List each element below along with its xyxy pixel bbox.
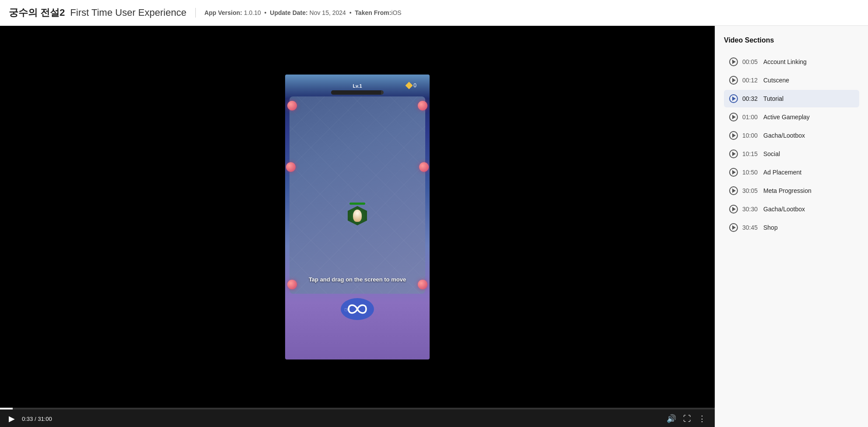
video-black-right [430, 26, 570, 408]
game-hp-bar-fill [331, 90, 381, 95]
section-time: 10:15 [742, 150, 759, 157]
taken-from-value: iOS [391, 9, 401, 16]
game-drag-indicator: ☞ [335, 296, 379, 322]
play-circle-icon [729, 131, 738, 140]
video-content[interactable]: Lv.1 0 [0, 26, 715, 408]
video-controls: ▶ 0:33 / 31:00 🔊 ⛶ ⋮ [0, 409, 715, 427]
section-time: 00:32 [742, 95, 759, 102]
play-triangle-icon [732, 115, 736, 119]
orb-mid-right [419, 162, 429, 172]
orb-bottom-right [418, 280, 427, 289]
section-time: 10:00 [742, 132, 759, 139]
section-label: Shop [763, 224, 778, 231]
play-triangle-icon [732, 225, 736, 230]
section-label: Account Linking [763, 58, 807, 65]
game-lv-bar: Lv.1 [331, 83, 384, 95]
play-triangle-icon [732, 170, 736, 174]
sections-list: 00:05Account Linking00:12Cutscene00:32Tu… [724, 53, 859, 236]
section-item[interactable]: 00:32Tutorial [724, 90, 859, 107]
diamond-icon [406, 82, 413, 89]
section-item[interactable]: 30:45Shop [724, 219, 859, 236]
section-item[interactable]: 30:05Meta Progression [724, 182, 859, 199]
section-time: 30:30 [742, 206, 759, 213]
current-time: 0:33 / 31:00 [22, 416, 52, 422]
app-version-label: App Version: [205, 9, 242, 16]
section-item[interactable]: 30:30Gacha/Lootbox [724, 200, 859, 218]
section-item[interactable]: 01:00Active Gameplay [724, 108, 859, 126]
play-circle-icon [729, 113, 738, 121]
update-date-label: Update Date: [270, 9, 307, 16]
app-version-value: 1.0.10 [244, 9, 261, 16]
section-item[interactable]: 10:15Social [724, 145, 859, 163]
play-triangle-icon [732, 96, 736, 101]
game-arena [289, 96, 425, 294]
update-date-value: Nov 15, 2024 [310, 9, 346, 16]
progress-bar-fill [0, 408, 13, 409]
play-circle-icon [729, 168, 738, 177]
game-score: 0 [406, 82, 416, 89]
section-item[interactable]: 00:12Cutscene [724, 71, 859, 89]
play-button[interactable]: ▶ [9, 414, 15, 423]
infinity-icon: ☞ [335, 296, 379, 322]
right-panel: Video Sections 00:05Account Linking00:12… [715, 26, 868, 427]
play-triangle-icon [732, 207, 736, 211]
play-triangle-icon [732, 60, 736, 64]
game-tiles [289, 96, 425, 294]
progress-bar[interactable] [0, 408, 715, 409]
play-circle-icon [729, 57, 738, 66]
app-title: 궁수의 전설2 [9, 6, 65, 19]
video-frame-inner: Lv.1 0 [285, 75, 430, 359]
taken-from-label: Taken From: [355, 9, 391, 16]
fullscreen-button[interactable]: ⛶ [683, 414, 691, 423]
play-circle-icon [729, 186, 738, 195]
section-time: 10:50 [742, 169, 759, 176]
header-divider [195, 8, 196, 18]
orb-top-left [287, 101, 297, 110]
play-triangle-icon [732, 189, 736, 193]
play-triangle-icon [732, 78, 736, 82]
orb-mid-left [286, 162, 296, 172]
video-black-left [145, 26, 285, 408]
play-circle-icon [729, 76, 738, 85]
game-score-value: 0 [413, 82, 416, 89]
play-triangle-icon [732, 152, 736, 156]
char-hp-bar [349, 203, 365, 205]
video-frame: Lv.1 0 [285, 75, 430, 359]
orb-top-right [418, 101, 427, 110]
char-hexagon [348, 206, 367, 225]
page-subtitle: First Time User Experience [70, 7, 186, 18]
section-time: 01:00 [742, 114, 759, 121]
more-button[interactable]: ⋮ [698, 414, 706, 423]
orb-bottom-left [287, 280, 297, 289]
play-triangle-icon [732, 133, 736, 138]
section-item[interactable]: 10:50Ad Placement [724, 164, 859, 181]
header-meta: App Version: 1.0.10 • Update Date: Nov 1… [205, 9, 402, 16]
section-label: Tutorial [763, 95, 783, 102]
section-time: 00:05 [742, 58, 759, 65]
section-label: Active Gameplay [763, 114, 810, 121]
section-item[interactable]: 00:05Account Linking [724, 53, 859, 71]
game-character [348, 203, 367, 225]
game-tooltip: Tap and drag on the screen to move [309, 276, 406, 283]
char-sprite [353, 210, 362, 222]
section-label: Social [763, 150, 780, 157]
section-label: Gacha/Lootbox [763, 206, 805, 213]
svg-text:☞: ☞ [344, 306, 350, 313]
play-circle-icon [729, 149, 738, 158]
header: 궁수의 전설2 First Time User Experience App V… [0, 0, 868, 26]
section-time: 30:05 [742, 187, 759, 194]
main-layout: Lv.1 0 [0, 26, 868, 427]
section-label: Gacha/Lootbox [763, 132, 805, 139]
play-circle-icon [729, 223, 738, 232]
game-hp-bar-bg [331, 90, 384, 95]
game-level: Lv.1 [353, 83, 362, 89]
play-circle-icon [729, 205, 738, 214]
video-section: Lv.1 0 [0, 26, 715, 427]
section-label: Cutscene [763, 77, 789, 84]
section-item[interactable]: 10:00Gacha/Lootbox [724, 127, 859, 144]
volume-button[interactable]: 🔊 [667, 414, 676, 423]
panel-title: Video Sections [724, 36, 859, 44]
section-time: 30:45 [742, 224, 759, 231]
section-label: Ad Placement [763, 169, 801, 176]
section-label: Meta Progression [763, 187, 812, 194]
